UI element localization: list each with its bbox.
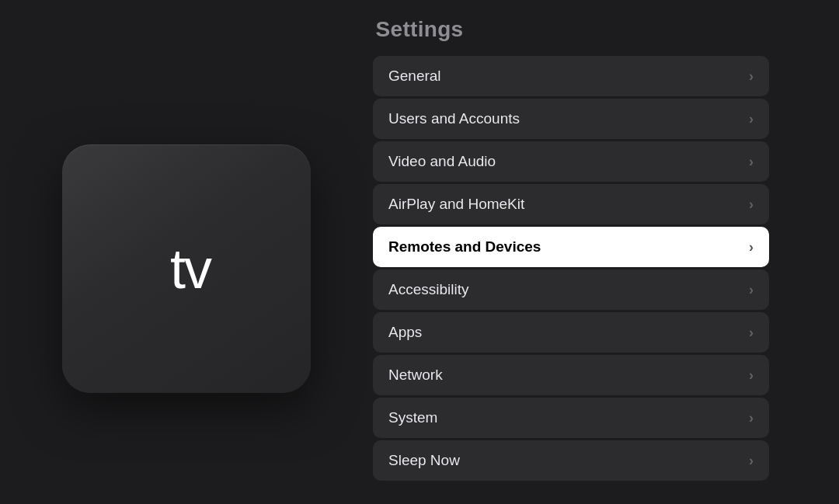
- menu-item-network[interactable]: Network›: [373, 355, 769, 395]
- chevron-icon-system: ›: [749, 410, 754, 426]
- menu-item-general[interactable]: General›: [373, 56, 769, 96]
- menu-item-users-accounts[interactable]: Users and Accounts›: [373, 99, 769, 139]
- page-title: Settings: [376, 17, 464, 42]
- chevron-icon-apps: ›: [749, 325, 754, 341]
- chevron-icon-video-audio: ›: [749, 154, 754, 170]
- menu-item-remotes-devices[interactable]: Remotes and Devices›: [373, 227, 769, 267]
- menu-item-sleep-now[interactable]: Sleep Now›: [373, 440, 769, 481]
- apple-tv-device: tv: [62, 144, 311, 393]
- tv-label: tv: [170, 241, 211, 297]
- chevron-icon-airplay-homekit: ›: [749, 196, 754, 213]
- chevron-icon-accessibility: ›: [749, 282, 754, 298]
- apple-tv-logo: tv: [162, 241, 211, 297]
- main-content: tv General›Users and Accounts›Video and …: [0, 56, 839, 481]
- menu-item-label-network: Network: [388, 367, 443, 384]
- menu-item-system[interactable]: System›: [373, 398, 769, 438]
- menu-item-label-users-accounts: Users and Accounts: [388, 110, 520, 127]
- menu-item-airplay-homekit[interactable]: AirPlay and HomeKit›: [373, 184, 769, 224]
- menu-item-label-sleep-now: Sleep Now: [388, 452, 460, 469]
- menu-item-label-video-audio: Video and Audio: [388, 153, 496, 170]
- menu-item-label-remotes-devices: Remotes and Devices: [388, 238, 541, 255]
- settings-menu: General›Users and Accounts›Video and Aud…: [373, 56, 769, 481]
- chevron-icon-network: ›: [749, 367, 754, 384]
- menu-item-label-accessibility: Accessibility: [388, 281, 468, 298]
- menu-item-apps[interactable]: Apps›: [373, 312, 769, 353]
- menu-item-accessibility[interactable]: Accessibility›: [373, 269, 769, 310]
- menu-item-label-general: General: [388, 68, 441, 85]
- chevron-icon-users-accounts: ›: [749, 111, 754, 127]
- menu-item-label-apps: Apps: [388, 324, 422, 341]
- menu-item-label-system: System: [388, 409, 437, 426]
- menu-item-video-audio[interactable]: Video and Audio›: [373, 141, 769, 182]
- chevron-icon-sleep-now: ›: [749, 453, 754, 469]
- chevron-icon-general: ›: [749, 68, 754, 85]
- device-container: tv: [31, 144, 342, 393]
- menu-item-label-airplay-homekit: AirPlay and HomeKit: [388, 196, 524, 213]
- chevron-icon-remotes-devices: ›: [749, 239, 754, 255]
